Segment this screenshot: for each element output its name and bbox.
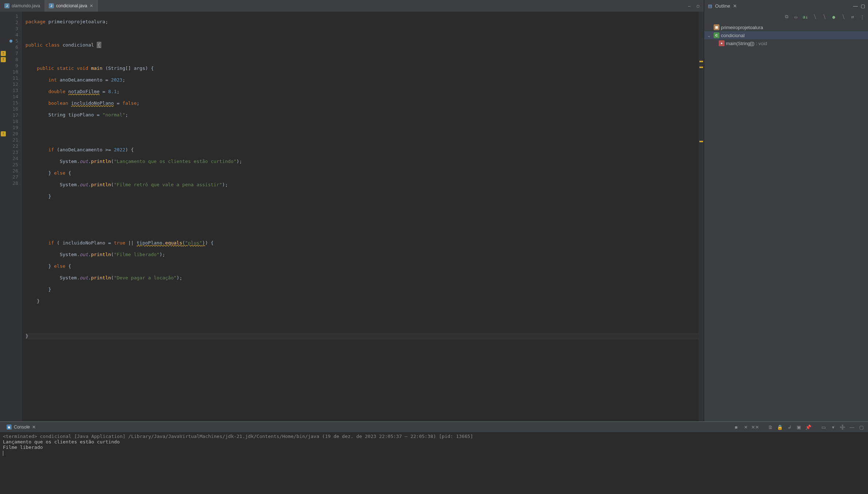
text-cursor [3,451,3,456]
remove-launch-icon[interactable]: ✕ [742,423,749,431]
tab-label: condicional.java [56,3,87,8]
package-icon: ▣ [714,24,719,30]
console-output-line: Filme liberado [3,445,865,450]
maximize-icon[interactable]: ▢ [861,3,865,9]
breakpoint-icon[interactable] [9,40,12,43]
link-editor-icon[interactable]: ⇄ [849,13,856,20]
clear-console-icon[interactable]: 🗎 [767,423,774,431]
overview-ruler[interactable] [699,12,704,421]
sort-az-icon[interactable]: a↓ [802,13,809,20]
method-icon: ● [719,40,725,46]
hide-static-icon[interactable]: ⧹ [821,13,828,20]
code-text[interactable]: package primeiroprojetoalura; public cla… [22,12,704,421]
java-file-icon: J [49,3,54,8]
console-tab[interactable]: ▣ Console ✕ [3,422,39,432]
java-file-icon: J [4,3,9,8]
console-status-line: <terminated> condicional [Java Applicati… [3,434,865,439]
filter-icon[interactable]: ⧹ [840,13,847,20]
minimize-icon[interactable]: — [848,423,856,431]
code-area[interactable]: 1 2 3 4 5 6 7! 8! 9 10 11 12 13 14 15 16… [0,12,704,421]
chevron-down-icon[interactable]: ⌄ [707,33,712,38]
overview-mark-warning[interactable] [699,67,703,68]
editor-view-controls: — ▢ [686,3,704,9]
console-panel: ▣ Console ✕ ■ ✕ ✕✕ 🗎 🔒 ↲ ▣ 📌 ▭ ▾ ➕ — ▢ <… [0,421,868,494]
console-view-icon: ▣ [7,425,12,430]
outline-tree[interactable]: ▣ primeiroprojetoalura ⌄ C condicional ●… [704,22,868,421]
hide-fields-icon[interactable]: ⧹ [811,13,818,20]
outline-method[interactable]: ● main(String[]) : void [704,39,868,47]
hide-nonpublic-icon[interactable]: ● [830,13,837,20]
flat-icon[interactable]: ▭ [792,13,800,20]
overview-mark-warning[interactable] [699,141,703,142]
close-outline-icon[interactable]: ✕ [733,3,737,9]
view-menu-icon[interactable]: ⋮ [859,13,866,20]
outline-class[interactable]: ⌄ C condicional [704,31,868,39]
editor-tab-condicional[interactable]: J condicional.java ✕ [44,0,98,12]
console-output[interactable]: <terminated> condicional [Java Applicati… [0,432,868,494]
class-icon: C [714,32,719,38]
line-gutter[interactable]: 1 2 3 4 5 6 7! 8! 9 10 11 12 13 14 15 16… [0,12,22,421]
console-output-line: Lançamento que os clientes estão curtind… [3,439,865,445]
minimize-icon[interactable]: — [686,3,692,9]
new-console-icon[interactable]: ➕ [839,423,846,431]
outline-panel: ▤ Outline ✕ — ▢ ⧉ ▭ a↓ ⧹ ⧹ ● ⧹ ⇄ ⋮ ▣ pri… [704,0,868,421]
minimize-icon[interactable]: — [853,3,858,9]
maximize-icon[interactable]: ▢ [695,3,701,9]
show-console-icon[interactable]: ▣ [795,423,802,431]
console-toolbar: ■ ✕ ✕✕ 🗎 🔒 ↲ ▣ 📌 ▭ ▾ ➕ — ▢ [733,423,865,431]
scroll-lock-icon[interactable]: 🔒 [776,423,784,431]
console-tabbar: ▣ Console ✕ ■ ✕ ✕✕ 🗎 🔒 ↲ ▣ 📌 ▭ ▾ ➕ — ▢ [0,422,868,432]
overview-mark-warning[interactable] [699,61,703,62]
pin-console-icon[interactable]: 📌 [805,423,812,431]
close-console-tab-icon[interactable]: ✕ [32,425,36,430]
maximize-icon[interactable]: ▢ [858,423,865,431]
focus-icon[interactable]: ⧉ [783,13,790,20]
display-selected-icon[interactable]: ▭ [820,423,827,431]
tab-label: olamundo.java [12,3,40,8]
editor-tabbar: J olamundo.java J condicional.java ✕ — ▢ [0,0,704,12]
remove-all-icon[interactable]: ✕✕ [751,423,759,431]
word-wrap-icon[interactable]: ↲ [786,423,793,431]
outline-package[interactable]: ▣ primeiroprojetoalura [704,23,868,31]
open-console-icon[interactable]: ▾ [829,423,837,431]
close-tab-icon[interactable]: ✕ [89,4,94,8]
console-tab-label: Console [14,425,30,430]
warning-icon[interactable]: ! [1,131,6,136]
editor-panel: J olamundo.java J condicional.java ✕ — ▢… [0,0,704,421]
warning-icon[interactable]: ! [1,57,6,62]
editor-tab-olamundo[interactable]: J olamundo.java [0,0,44,12]
outline-title: Outline [715,3,730,9]
outline-toolbar: ⧉ ▭ a↓ ⧹ ⧹ ● ⧹ ⇄ ⋮ [704,12,868,22]
terminate-icon[interactable]: ■ [733,423,740,431]
outline-header: ▤ Outline ✕ — ▢ [704,0,868,12]
warning-icon[interactable]: ! [1,51,6,56]
outline-view-icon: ▤ [707,3,713,9]
